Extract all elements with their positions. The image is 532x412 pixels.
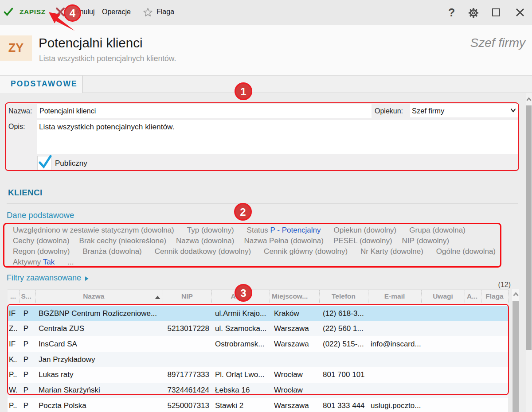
svg-text:2: 2 [240, 206, 246, 218]
